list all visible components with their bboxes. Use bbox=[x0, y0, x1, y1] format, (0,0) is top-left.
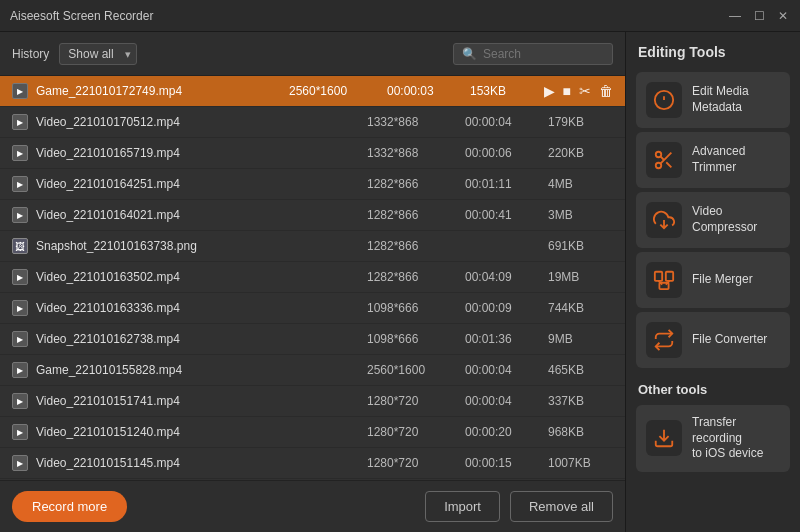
stop-button[interactable]: ■ bbox=[563, 83, 571, 99]
record-more-button[interactable]: Record more bbox=[12, 491, 127, 522]
delete-button[interactable]: 🗑 bbox=[599, 83, 613, 99]
file-resolution: 1098*666 bbox=[367, 301, 457, 315]
file-row[interactable]: ▶Video_221010151145.mp41280*72000:00:151… bbox=[0, 448, 625, 479]
file-type-icon: 🖼 bbox=[12, 238, 28, 254]
file-type-icon: ▶ bbox=[12, 300, 28, 316]
file-name: Video_221010163502.mp4 bbox=[36, 270, 359, 284]
video-compressor-label: Video Compressor bbox=[692, 204, 757, 235]
file-row[interactable]: ▶Video_221010163502.mp41282*86600:04:091… bbox=[0, 262, 625, 293]
file-actions: ▶■✂🗑 bbox=[543, 83, 613, 99]
import-button[interactable]: Import bbox=[425, 491, 500, 522]
file-resolution: 1332*868 bbox=[367, 146, 457, 160]
video-compressor-icon bbox=[646, 202, 682, 238]
file-row[interactable]: ▶Video_221010163336.mp41098*66600:00:097… bbox=[0, 293, 625, 324]
file-name: Video_221010164021.mp4 bbox=[36, 208, 359, 222]
file-row[interactable]: ▶Video_221010165719.mp41332*86800:00:062… bbox=[0, 138, 625, 169]
editing-tools-title: Editing Tools bbox=[636, 44, 790, 60]
file-resolution: 1282*866 bbox=[367, 239, 457, 253]
file-name: Video_221010162738.mp4 bbox=[36, 332, 359, 346]
file-name: Snapshot_221010163738.png bbox=[36, 239, 359, 253]
file-type-icon: ▶ bbox=[12, 393, 28, 409]
file-resolution: 1280*720 bbox=[367, 394, 457, 408]
tool-card-file-converter[interactable]: File Converter bbox=[636, 312, 790, 368]
right-panel: Editing Tools Edit Media MetadataAdvance… bbox=[625, 32, 800, 532]
file-duration: 00:01:11 bbox=[465, 177, 540, 191]
file-type-icon: ▶ bbox=[12, 176, 28, 192]
file-name: Video_221010151240.mp4 bbox=[36, 425, 359, 439]
close-button[interactable]: ✕ bbox=[776, 9, 790, 23]
file-row[interactable]: ▶Game_221010172749.mp42560*160000:00:031… bbox=[0, 76, 625, 107]
file-row[interactable]: ▶Video_221010170512.mp41332*86800:00:041… bbox=[0, 107, 625, 138]
svg-line-6 bbox=[666, 162, 671, 167]
history-select[interactable]: Show all bbox=[59, 43, 137, 65]
file-size: 1007KB bbox=[548, 456, 613, 470]
svg-point-3 bbox=[656, 152, 662, 158]
file-type-icon: ▶ bbox=[12, 331, 28, 347]
file-size: 691KB bbox=[548, 239, 613, 253]
file-duration: 00:00:06 bbox=[465, 146, 540, 160]
file-name: Game_221010172749.mp4 bbox=[36, 84, 281, 98]
file-row[interactable]: ▶Game_221010155828.mp42560*160000:00:044… bbox=[0, 355, 625, 386]
file-duration: 00:00:04 bbox=[465, 363, 540, 377]
tool-card-advanced-trimmer[interactable]: Advanced Trimmer bbox=[636, 132, 790, 188]
file-row[interactable]: ▶Video_221010164251.mp41282*86600:01:114… bbox=[0, 169, 625, 200]
tool-card-video-compressor[interactable]: Video Compressor bbox=[636, 192, 790, 248]
bottom-bar: Record more Import Remove all bbox=[0, 480, 625, 532]
search-input[interactable] bbox=[483, 47, 603, 61]
file-duration: 00:00:20 bbox=[465, 425, 540, 439]
file-size: 19MB bbox=[548, 270, 613, 284]
file-type-icon: ▶ bbox=[12, 145, 28, 161]
file-type-icon: ▶ bbox=[12, 455, 28, 471]
other-tools-title: Other tools bbox=[636, 382, 790, 397]
minimize-button[interactable]: — bbox=[728, 9, 742, 23]
file-resolution: 1280*720 bbox=[367, 425, 457, 439]
svg-rect-9 bbox=[655, 272, 662, 281]
file-resolution: 1098*666 bbox=[367, 332, 457, 346]
file-size: 337KB bbox=[548, 394, 613, 408]
file-size: 220KB bbox=[548, 146, 613, 160]
file-name: Video_221010151145.mp4 bbox=[36, 456, 359, 470]
edit-metadata-label: Edit Media Metadata bbox=[692, 84, 749, 115]
maximize-button[interactable]: ☐ bbox=[752, 9, 766, 23]
history-select-wrapper[interactable]: Show all bbox=[59, 43, 137, 65]
remove-all-button[interactable]: Remove all bbox=[510, 491, 613, 522]
file-row[interactable]: ▶Video_221010164021.mp41282*86600:00:413… bbox=[0, 200, 625, 231]
file-name: Video_221010170512.mp4 bbox=[36, 115, 359, 129]
search-box[interactable]: 🔍 bbox=[453, 43, 613, 65]
tool-card-edit-metadata[interactable]: Edit Media Metadata bbox=[636, 72, 790, 128]
transfer-ios-icon bbox=[646, 420, 682, 456]
file-resolution: 1280*720 bbox=[367, 456, 457, 470]
file-resolution: 1282*866 bbox=[367, 177, 457, 191]
file-type-icon: ▶ bbox=[12, 114, 28, 130]
file-size: 744KB bbox=[548, 301, 613, 315]
play-button[interactable]: ▶ bbox=[544, 83, 555, 99]
file-name: Video_221010151741.mp4 bbox=[36, 394, 359, 408]
svg-line-7 bbox=[660, 156, 664, 160]
file-row[interactable]: ▶Video_221010151240.mp41280*72000:00:209… bbox=[0, 417, 625, 448]
file-duration: 00:00:09 bbox=[465, 301, 540, 315]
file-duration: 00:00:41 bbox=[465, 208, 540, 222]
file-row[interactable]: 🖼Snapshot_221010163738.png1282*866691KB bbox=[0, 231, 625, 262]
file-merger-icon bbox=[646, 262, 682, 298]
titlebar: Aiseesoft Screen Recorder — ☐ ✕ bbox=[0, 0, 800, 32]
left-panel: History Show all 🔍 ▶Game_221010172749.mp… bbox=[0, 32, 625, 532]
file-type-icon: ▶ bbox=[12, 207, 28, 223]
file-duration: 00:01:36 bbox=[465, 332, 540, 346]
svg-point-4 bbox=[656, 163, 662, 169]
other-tool-cards-container: Transfer recording to iOS device bbox=[636, 405, 790, 476]
trim-button[interactable]: ✂ bbox=[579, 83, 591, 99]
advanced-trimmer-label: Advanced Trimmer bbox=[692, 144, 745, 175]
file-size: 179KB bbox=[548, 115, 613, 129]
file-type-icon: ▶ bbox=[12, 269, 28, 285]
file-size: 968KB bbox=[548, 425, 613, 439]
file-duration: 00:00:04 bbox=[465, 394, 540, 408]
app-title: Aiseesoft Screen Recorder bbox=[10, 9, 728, 23]
file-list: ▶Game_221010172749.mp42560*160000:00:031… bbox=[0, 76, 625, 480]
file-converter-label: File Converter bbox=[692, 332, 767, 348]
file-name: Video_221010165719.mp4 bbox=[36, 146, 359, 160]
tool-card-file-merger[interactable]: File Merger bbox=[636, 252, 790, 308]
file-resolution: 2560*1600 bbox=[367, 363, 457, 377]
file-row[interactable]: ▶Video_221010151741.mp41280*72000:00:043… bbox=[0, 386, 625, 417]
tool-card-transfer-ios[interactable]: Transfer recording to iOS device bbox=[636, 405, 790, 472]
file-row[interactable]: ▶Video_221010162738.mp41098*66600:01:369… bbox=[0, 324, 625, 355]
